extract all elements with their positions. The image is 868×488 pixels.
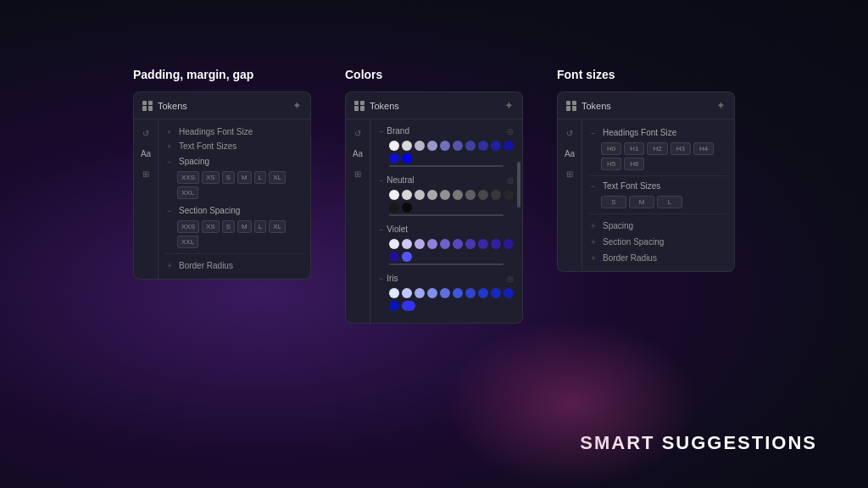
iris-dot-10[interactable] bbox=[504, 288, 514, 298]
violet-dot-2[interactable] bbox=[402, 239, 412, 249]
chip-l-2[interactable]: L bbox=[254, 220, 266, 233]
violet-dot-4[interactable] bbox=[427, 239, 437, 249]
side-tab-refresh[interactable]: ↺ bbox=[137, 125, 154, 141]
colors-token-panel: Tokens ✦ ↺ Aa ⊞ − Brand bbox=[345, 92, 523, 324]
colors-tab-font[interactable]: Aa bbox=[349, 145, 366, 162]
scroll-indicator[interactable] bbox=[517, 162, 520, 208]
neutral-dot-9[interactable] bbox=[491, 190, 501, 200]
chip-s-2[interactable]: S bbox=[222, 220, 235, 233]
colors-tab-grid[interactable]: ⊞ bbox=[349, 165, 366, 182]
neutral-expand-icon[interactable]: ◎ bbox=[507, 176, 514, 185]
neutral-dot-1[interactable] bbox=[389, 190, 399, 200]
side-tab-grid[interactable]: ⊞ bbox=[137, 165, 154, 182]
colors-gear-icon[interactable]: ✦ bbox=[504, 99, 514, 112]
violet-dot-3[interactable] bbox=[415, 239, 425, 249]
chip-xs-2[interactable]: XS bbox=[202, 220, 220, 233]
brand-dot-9[interactable] bbox=[491, 141, 501, 151]
brand-dot-1[interactable] bbox=[389, 141, 399, 151]
chip-xxl-1[interactable]: XXL bbox=[177, 186, 198, 199]
violet-dot-9[interactable] bbox=[491, 239, 501, 249]
iris-dot-9[interactable] bbox=[491, 288, 501, 298]
chip-xl-1[interactable]: XL bbox=[269, 171, 286, 184]
fontsize-tab-refresh[interactable]: ↺ bbox=[561, 125, 578, 141]
brand-dot-12[interactable] bbox=[402, 153, 412, 164]
chip-h2[interactable]: H2 bbox=[647, 142, 667, 155]
iris-dot-2[interactable] bbox=[402, 288, 412, 298]
chip-text-m[interactable]: M bbox=[629, 196, 654, 208]
chip-text-l[interactable]: L bbox=[657, 196, 682, 208]
chip-text-s[interactable]: S bbox=[601, 196, 626, 208]
chip-xxl-2[interactable]: XXL bbox=[177, 236, 198, 248]
violet-dot-12[interactable] bbox=[402, 252, 412, 262]
neutral-dot-7[interactable] bbox=[465, 190, 476, 200]
chip-l-1[interactable]: L bbox=[254, 171, 266, 184]
brand-dot-10[interactable] bbox=[504, 141, 514, 151]
neutral-dot-12[interactable] bbox=[402, 202, 412, 213]
fontsize-tab-grid[interactable]: ⊞ bbox=[561, 165, 578, 182]
iris-dot-5[interactable] bbox=[440, 288, 450, 298]
violet-dot-8[interactable] bbox=[478, 239, 488, 249]
iris-dot-1[interactable] bbox=[389, 288, 399, 298]
violet-dot-7[interactable] bbox=[465, 239, 476, 249]
colors-tab-refresh[interactable]: ↺ bbox=[349, 125, 366, 141]
iris-dot-3[interactable] bbox=[415, 288, 425, 298]
neutral-dot-2[interactable] bbox=[402, 190, 412, 200]
chip-h5[interactable]: H5 bbox=[601, 158, 621, 170]
brand-dot-5[interactable] bbox=[440, 141, 450, 151]
brand-dot-7[interactable] bbox=[465, 141, 476, 151]
minus-icon-2: − bbox=[167, 207, 175, 215]
iris-dot-4[interactable] bbox=[427, 288, 437, 298]
chip-h0[interactable]: H0 bbox=[601, 142, 621, 155]
neutral-dot-6[interactable] bbox=[453, 190, 463, 200]
neutral-dot-5[interactable] bbox=[440, 190, 450, 200]
violet-dot-10[interactable] bbox=[504, 239, 514, 249]
brand-dot-2[interactable] bbox=[402, 141, 412, 151]
chip-h6[interactable]: H6 bbox=[624, 158, 644, 170]
brand-dot-6[interactable] bbox=[453, 141, 463, 151]
brand-expand-icon[interactable]: ◎ bbox=[507, 127, 514, 136]
smart-suggestions-label: SMART SUGGESTIONS bbox=[580, 432, 817, 454]
iris-dot-8[interactable] bbox=[478, 288, 488, 298]
violet-dot-11[interactable] bbox=[389, 252, 399, 262]
iris-dot-12[interactable] bbox=[402, 301, 415, 311]
iris-dot-11[interactable] bbox=[389, 301, 399, 311]
iris-dot-6[interactable] bbox=[453, 288, 463, 298]
font-section-spacing-row[interactable]: + Section Spacing bbox=[589, 234, 727, 250]
chip-xxs-2[interactable]: XXS bbox=[177, 220, 199, 233]
chip-s-1[interactable]: S bbox=[222, 171, 235, 184]
neutral-dot-4[interactable] bbox=[427, 190, 437, 200]
chip-m-1[interactable]: M bbox=[237, 171, 252, 184]
font-spacing-row[interactable]: + Spacing bbox=[589, 218, 727, 234]
brand-dot-8[interactable] bbox=[478, 141, 488, 151]
chip-h4[interactable]: H4 bbox=[693, 142, 714, 155]
chip-xl-2[interactable]: XL bbox=[269, 220, 286, 233]
font-border-radius-row[interactable]: + Border Radius bbox=[589, 250, 727, 266]
chip-h1[interactable]: H1 bbox=[624, 142, 644, 155]
brand-dot-3[interactable] bbox=[415, 141, 425, 151]
headings-font-row[interactable]: + Headings Font Size bbox=[165, 125, 303, 139]
fontsize-tab-font[interactable]: Aa bbox=[561, 145, 578, 162]
text-font-row[interactable]: + Text Font Sizes bbox=[165, 139, 303, 153]
violet-dot-1[interactable] bbox=[389, 239, 399, 249]
neutral-dot-3[interactable] bbox=[415, 190, 425, 200]
neutral-dot-8[interactable] bbox=[478, 190, 488, 200]
iris-expand-icon[interactable]: ◎ bbox=[507, 274, 514, 283]
brand-dot-4[interactable] bbox=[427, 141, 437, 151]
neutral-dot-10[interactable] bbox=[504, 190, 514, 200]
spacing-header-left: Tokens bbox=[142, 101, 187, 111]
spacing-gear-icon[interactable]: ✦ bbox=[292, 99, 302, 112]
border-radius-row[interactable]: + Border Radius bbox=[165, 258, 303, 274]
violet-dot-5[interactable] bbox=[440, 239, 450, 249]
neutral-dot-11[interactable] bbox=[389, 202, 399, 213]
iris-dot-7[interactable] bbox=[465, 288, 476, 298]
violet-dot-6[interactable] bbox=[453, 239, 463, 249]
chip-xxs-1[interactable]: XXS bbox=[177, 171, 199, 184]
fontsize-gear-icon[interactable]: ✦ bbox=[716, 99, 726, 112]
chip-h3[interactable]: H3 bbox=[670, 142, 691, 155]
chip-xs-1[interactable]: XS bbox=[202, 171, 220, 184]
minus-iris: − bbox=[379, 274, 383, 283]
side-tab-font[interactable]: Aa bbox=[137, 145, 154, 162]
brand-dot-11[interactable] bbox=[389, 153, 399, 164]
chip-m-2[interactable]: M bbox=[237, 220, 252, 233]
brand-color-group: − Brand ◎ bbox=[377, 125, 515, 167]
